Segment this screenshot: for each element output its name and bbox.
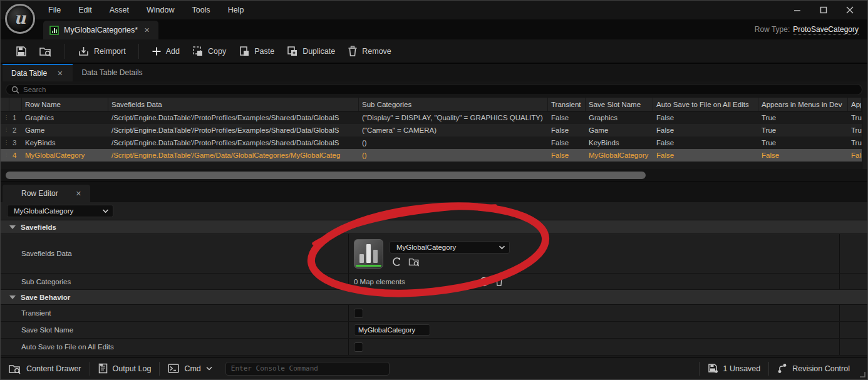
menu-window[interactable]: Window xyxy=(139,3,182,17)
section-savefields[interactable]: Savefields xyxy=(1,220,867,234)
add-element-icon[interactable] xyxy=(479,277,489,287)
minimize-button[interactable] xyxy=(787,3,807,17)
save-slot-name-label: Save Slot Name xyxy=(1,322,349,338)
tab-data-table[interactable]: Data Table ✕ xyxy=(3,64,73,81)
row-selector-dropdown[interactable]: MyGlobalCategory xyxy=(7,205,113,217)
plus-icon xyxy=(152,46,162,56)
copy-label: Copy xyxy=(208,47,226,56)
row-type-link[interactable]: ProtoSaveCategory xyxy=(793,25,859,34)
search-box[interactable] xyxy=(6,84,862,95)
property-row-save-slot-name: Save Slot Name xyxy=(1,322,867,339)
tab-data-table-close-icon[interactable]: ✕ xyxy=(56,69,64,78)
savefields-asset-dropdown[interactable]: MyGlobalCategory xyxy=(390,241,510,254)
trash-icon xyxy=(348,46,358,57)
menu-asset[interactable]: Asset xyxy=(102,3,137,17)
table-row[interactable]: ⋮⋮ 3 KeyBinds /Script/Engine.DataTable'/… xyxy=(1,136,862,149)
table-row[interactable]: ⋮⋮ 2 Game /Script/Engine.DataTable'/Prot… xyxy=(1,124,862,136)
save-button[interactable] xyxy=(9,42,33,61)
menu-help[interactable]: Help xyxy=(220,3,252,17)
browse-to-asset-button[interactable] xyxy=(33,42,58,61)
row-drag-handle-icon[interactable]: ⋮⋮ xyxy=(1,136,9,149)
cell-row-name: KeyBinds xyxy=(22,136,108,149)
row-drag-handle-icon[interactable]: ⋮⋮ xyxy=(1,111,9,124)
duplicate-label: Duplicate xyxy=(302,47,335,56)
horizontal-scrollbar-thumb[interactable] xyxy=(6,172,646,179)
expander-arrow-icon xyxy=(9,295,16,299)
expander-arrow-icon xyxy=(9,225,16,229)
column-header-row-name[interactable]: Row Name xyxy=(22,98,108,111)
tab-data-table-details-label: Data Table Details xyxy=(81,68,142,77)
toolbar-separator xyxy=(65,44,65,59)
save-slot-name-input[interactable] xyxy=(354,324,430,336)
row-selector-value: MyGlobalCategory xyxy=(14,207,102,215)
column-header-sub-categories[interactable]: Sub Categories xyxy=(359,98,548,111)
browse-to-asset-icon[interactable] xyxy=(408,257,420,267)
tab-row-editor[interactable]: Row Editor ✕ xyxy=(3,185,90,202)
column-header-save-slot-name[interactable]: Save Slot Name xyxy=(586,98,653,111)
resize-grip-icon[interactable] xyxy=(859,371,865,377)
unsaved-button[interactable]: 1 Unsaved xyxy=(700,357,769,379)
duplicate-icon xyxy=(287,46,298,57)
row-type-label: Row Type: xyxy=(755,25,790,34)
close-button[interactable] xyxy=(840,3,860,17)
auto-save-label: Auto Save to File on All Edits xyxy=(1,339,349,355)
asset-thumbnail[interactable] xyxy=(354,239,383,269)
revision-control-button[interactable]: Revision Control xyxy=(769,357,858,379)
table-header: Row Name Savefields Data Sub Categories … xyxy=(1,98,862,111)
column-header-appears-in-menus[interactable]: Appears in Menus in Dev xyxy=(758,98,848,111)
row-drag-handle-icon[interactable]: ⋮⋮ xyxy=(1,149,9,162)
map-elements-count: 0 Map elements xyxy=(354,278,405,285)
cell-sub-categories: () xyxy=(359,149,548,162)
menu-file[interactable]: File xyxy=(41,3,68,17)
content-drawer-button[interactable]: Content Drawer xyxy=(1,357,90,379)
add-label: Add xyxy=(166,47,180,56)
auto-save-checkbox[interactable] xyxy=(354,342,363,352)
console-command-box[interactable] xyxy=(225,362,390,376)
menu-tools[interactable]: Tools xyxy=(184,3,217,17)
asset-tab-close-icon[interactable]: ✕ xyxy=(143,26,151,34)
copy-button[interactable]: Copy xyxy=(186,42,232,61)
transient-checkbox[interactable] xyxy=(354,309,363,318)
cmd-button[interactable]: Cmd xyxy=(160,357,220,379)
paste-button[interactable]: Paste xyxy=(232,42,281,61)
remove-button[interactable]: Remove xyxy=(341,42,398,61)
vertical-scrollbar[interactable] xyxy=(862,98,867,169)
column-header-app[interactable]: App xyxy=(848,98,862,111)
horizontal-scrollbar-track xyxy=(1,169,867,182)
tab-row-editor-close-icon[interactable]: ✕ xyxy=(75,190,83,198)
console-command-input[interactable] xyxy=(231,364,384,372)
savefields-data-label: Savefields Data xyxy=(1,234,349,273)
reimport-button[interactable]: Reimport xyxy=(71,42,132,61)
unreal-logo-icon[interactable]: u xyxy=(5,4,35,34)
search-input[interactable] xyxy=(23,86,857,93)
use-selected-asset-icon[interactable] xyxy=(392,257,402,267)
tab-row-editor-label: Row Editor xyxy=(21,189,58,198)
maximize-button[interactable] xyxy=(814,3,834,17)
table-row-selected[interactable]: ⋮⋮ 4 MyGlobalCategory /Script/Engine.Dat… xyxy=(1,149,862,162)
cell-savefields-data: /Script/Engine.DataTable'/ProtoProfiles/… xyxy=(108,111,359,124)
cell-savefields-data: /Script/Engine.DataTable'/Game/Data/Glob… xyxy=(108,149,359,162)
asset-tab-myglobalcategories[interactable]: MyGlobalCategories* ✕ xyxy=(43,21,158,39)
add-row-button[interactable]: Add xyxy=(145,43,186,60)
menu-edit[interactable]: Edit xyxy=(71,3,100,17)
bar-chart-icon xyxy=(359,244,378,263)
chevron-down-icon xyxy=(499,245,505,250)
table-row[interactable]: ⋮⋮ 1 Graphics /Script/Engine.DataTable'/… xyxy=(1,111,862,124)
title-bar: File Edit Asset Window Tools Help xyxy=(1,1,867,19)
tab-data-table-details[interactable]: Data Table Details xyxy=(73,64,151,81)
section-save-behavior[interactable]: Save Behavior xyxy=(1,290,867,305)
copy-icon xyxy=(192,46,204,57)
sub-categories-label: Sub Categories xyxy=(1,274,349,289)
clear-map-trash-icon[interactable] xyxy=(495,277,503,286)
reimport-label: Reimport xyxy=(94,47,126,56)
chevron-down-icon xyxy=(102,208,109,213)
property-row-sub-categories: Sub Categories 0 Map elements xyxy=(1,274,867,290)
output-log-button[interactable]: Output Log xyxy=(90,357,160,379)
row-drag-handle-icon[interactable]: ⋮⋮ xyxy=(1,124,9,136)
column-header-transient[interactable]: Transient xyxy=(548,98,586,111)
cell-sub-categories: () xyxy=(359,136,548,149)
duplicate-button[interactable]: Duplicate xyxy=(281,42,341,61)
column-header-savefields-data[interactable]: Savefields Data xyxy=(108,98,359,111)
asset-toolbar: Reimport Add Copy Paste Duplicate Remove xyxy=(1,39,867,64)
column-header-auto-save[interactable]: Auto Save to File on All Edits xyxy=(653,98,758,111)
